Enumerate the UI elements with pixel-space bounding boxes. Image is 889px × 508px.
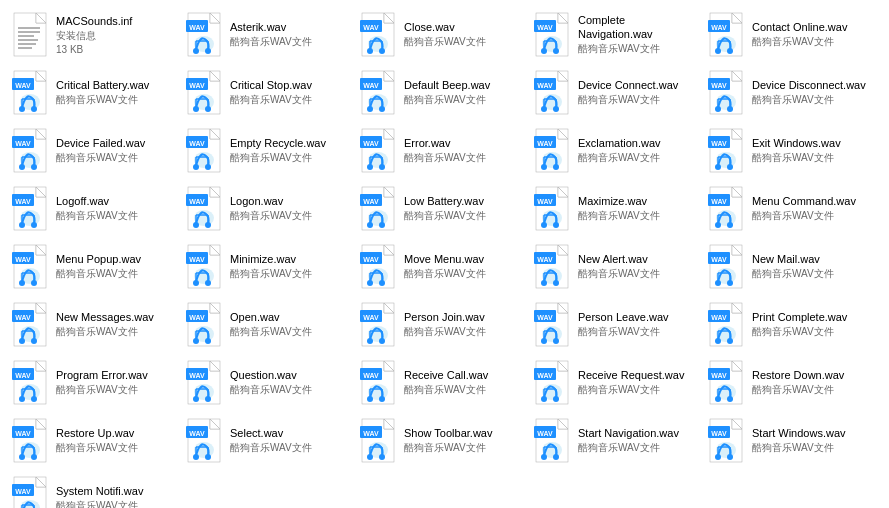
file-item[interactable]: WAV Critical Battery.wav酷狗音乐WAV文件 bbox=[8, 66, 178, 120]
file-item[interactable]: WAV New Mail.wav酷狗音乐WAV文件 bbox=[704, 240, 874, 294]
svg-text:WAV: WAV bbox=[537, 82, 553, 89]
file-item[interactable]: MACSounds.inf安装信息13 KB bbox=[8, 8, 178, 62]
file-item[interactable]: WAV Critical Stop.wav酷狗音乐WAV文件 bbox=[182, 66, 352, 120]
file-item[interactable]: WAV Logon.wav酷狗音乐WAV文件 bbox=[182, 182, 352, 236]
file-item[interactable]: WAV New Alert.wav酷狗音乐WAV文件 bbox=[530, 240, 700, 294]
file-name: Minimize.wav bbox=[230, 253, 312, 266]
file-name: MACSounds.inf bbox=[56, 15, 132, 28]
file-item[interactable]: WAV Exclamation.wav酷狗音乐WAV文件 bbox=[530, 124, 700, 178]
file-item[interactable]: WAV Restore Up.wav酷狗音乐WAV文件 bbox=[8, 414, 178, 468]
file-type: 酷狗音乐WAV文件 bbox=[230, 267, 312, 281]
file-item[interactable]: WAV Select.wav酷狗音乐WAV文件 bbox=[182, 414, 352, 468]
wav-file-icon: WAV bbox=[12, 418, 52, 464]
file-name: Critical Battery.wav bbox=[56, 79, 149, 92]
file-item[interactable]: WAV Restore Down.wav酷狗音乐WAV文件 bbox=[704, 356, 874, 410]
file-type: 酷狗音乐WAV文件 bbox=[404, 93, 490, 107]
svg-text:WAV: WAV bbox=[189, 314, 205, 321]
file-name: Open.wav bbox=[230, 311, 312, 324]
file-item[interactable]: WAV Question.wav酷狗音乐WAV文件 bbox=[182, 356, 352, 410]
file-item[interactable]: WAV New Messages.wav酷狗音乐WAV文件 bbox=[8, 298, 178, 352]
file-type: 酷狗音乐WAV文件 bbox=[752, 35, 847, 49]
file-name: Question.wav bbox=[230, 369, 312, 382]
file-item[interactable]: WAV Maximize.wav酷狗音乐WAV文件 bbox=[530, 182, 700, 236]
file-name: Program Error.wav bbox=[56, 369, 148, 382]
file-name: Exit Windows.wav bbox=[752, 137, 841, 150]
svg-text:WAV: WAV bbox=[537, 314, 553, 321]
file-item[interactable]: WAV Menu Popup.wav酷狗音乐WAV文件 bbox=[8, 240, 178, 294]
file-name: System Notifi.wav bbox=[56, 485, 143, 498]
file-item[interactable]: WAV Complete Navigation.wav酷狗音乐WAV文件 bbox=[530, 8, 700, 62]
file-type: 酷狗音乐WAV文件 bbox=[230, 383, 312, 397]
file-item[interactable]: WAV Device Connect.wav酷狗音乐WAV文件 bbox=[530, 66, 700, 120]
file-item[interactable]: WAV Show Toolbar.wav酷狗音乐WAV文件 bbox=[356, 414, 526, 468]
file-name: Show Toolbar.wav bbox=[404, 427, 492, 440]
file-name: Logoff.wav bbox=[56, 195, 138, 208]
svg-text:WAV: WAV bbox=[15, 198, 31, 205]
svg-text:WAV: WAV bbox=[363, 256, 379, 263]
wav-file-icon: WAV bbox=[360, 418, 400, 464]
file-type: 酷狗音乐WAV文件 bbox=[404, 267, 486, 281]
file-name: Device Failed.wav bbox=[56, 137, 145, 150]
file-item[interactable]: WAV Contact Online.wav酷狗音乐WAV文件 bbox=[704, 8, 874, 62]
file-name: Complete Navigation.wav bbox=[578, 14, 696, 40]
file-item[interactable]: WAV Device Failed.wav酷狗音乐WAV文件 bbox=[8, 124, 178, 178]
wav-file-icon: WAV bbox=[12, 244, 52, 290]
svg-text:WAV: WAV bbox=[711, 140, 727, 147]
svg-text:WAV: WAV bbox=[363, 82, 379, 89]
wav-file-icon: WAV bbox=[534, 418, 574, 464]
file-item[interactable]: WAV Receive Call.wav酷狗音乐WAV文件 bbox=[356, 356, 526, 410]
file-name: Low Battery.wav bbox=[404, 195, 486, 208]
file-item[interactable]: WAV Move Menu.wav酷狗音乐WAV文件 bbox=[356, 240, 526, 294]
file-name: Maximize.wav bbox=[578, 195, 660, 208]
file-item[interactable]: WAV Open.wav酷狗音乐WAV文件 bbox=[182, 298, 352, 352]
wav-file-icon: WAV bbox=[534, 360, 574, 406]
wav-file-icon: WAV bbox=[708, 12, 748, 58]
file-item[interactable]: WAV Menu Command.wav酷狗音乐WAV文件 bbox=[704, 182, 874, 236]
file-type: 酷狗音乐WAV文件 bbox=[230, 93, 312, 107]
file-item[interactable]: WAV Print Complete.wav酷狗音乐WAV文件 bbox=[704, 298, 874, 352]
file-item[interactable]: WAV Receive Request.wav酷狗音乐WAV文件 bbox=[530, 356, 700, 410]
file-type: 酷狗音乐WAV文件 bbox=[404, 325, 486, 339]
svg-text:WAV: WAV bbox=[189, 140, 205, 147]
file-item[interactable]: WAV Program Error.wav酷狗音乐WAV文件 bbox=[8, 356, 178, 410]
file-name: Device Connect.wav bbox=[578, 79, 678, 92]
file-type: 酷狗音乐WAV文件 bbox=[752, 209, 856, 223]
file-name: Menu Command.wav bbox=[752, 195, 856, 208]
file-type: 酷狗音乐WAV文件 bbox=[752, 325, 847, 339]
file-item[interactable]: WAV Logoff.wav酷狗音乐WAV文件 bbox=[8, 182, 178, 236]
file-item[interactable]: WAV Person Join.wav酷狗音乐WAV文件 bbox=[356, 298, 526, 352]
file-item[interactable]: WAV Start Navigation.wav酷狗音乐WAV文件 bbox=[530, 414, 700, 468]
inf-file-icon bbox=[12, 12, 52, 58]
file-item[interactable]: WAV Asterik.wav酷狗音乐WAV文件 bbox=[182, 8, 352, 62]
wav-file-icon: WAV bbox=[360, 244, 400, 290]
file-item[interactable]: WAV Empty Recycle.wav酷狗音乐WAV文件 bbox=[182, 124, 352, 178]
file-type: 酷狗音乐WAV文件 bbox=[752, 383, 844, 397]
wav-file-icon: WAV bbox=[360, 70, 400, 116]
svg-text:WAV: WAV bbox=[363, 372, 379, 379]
file-grid: MACSounds.inf安装信息13 KB WAV Asterik.wav酷狗… bbox=[8, 8, 881, 508]
file-item[interactable]: WAV Device Disconnect.wav酷狗音乐WAV文件 bbox=[704, 66, 874, 120]
file-item[interactable]: WAV System Notifi.wav酷狗音乐WAV文件 bbox=[8, 472, 178, 508]
file-type: 酷狗音乐WAV文件 bbox=[578, 42, 696, 56]
file-item[interactable]: WAV Start Windows.wav酷狗音乐WAV文件 bbox=[704, 414, 874, 468]
file-type: 酷狗音乐WAV文件 bbox=[578, 93, 678, 107]
wav-file-icon: WAV bbox=[12, 70, 52, 116]
file-name: Exclamation.wav bbox=[578, 137, 661, 150]
file-item[interactable]: WAV Default Beep.wav酷狗音乐WAV文件 bbox=[356, 66, 526, 120]
svg-text:WAV: WAV bbox=[711, 198, 727, 205]
svg-text:WAV: WAV bbox=[189, 198, 205, 205]
file-item[interactable]: WAV Minimize.wav酷狗音乐WAV文件 bbox=[182, 240, 352, 294]
file-item[interactable]: WAV Close.wav酷狗音乐WAV文件 bbox=[356, 8, 526, 62]
wav-file-icon: WAV bbox=[186, 128, 226, 174]
file-item[interactable]: WAV Error.wav酷狗音乐WAV文件 bbox=[356, 124, 526, 178]
file-type: 酷狗音乐WAV文件 bbox=[56, 151, 145, 165]
wav-file-icon: WAV bbox=[708, 418, 748, 464]
file-name: Person Join.wav bbox=[404, 311, 486, 324]
file-item[interactable]: WAV Exit Windows.wav酷狗音乐WAV文件 bbox=[704, 124, 874, 178]
svg-text:WAV: WAV bbox=[363, 314, 379, 321]
svg-text:WAV: WAV bbox=[189, 372, 205, 379]
wav-file-icon: WAV bbox=[708, 128, 748, 174]
wav-file-icon: WAV bbox=[12, 476, 52, 508]
file-item[interactable]: WAV Person Leave.wav酷狗音乐WAV文件 bbox=[530, 298, 700, 352]
file-item[interactable]: WAV Low Battery.wav酷狗音乐WAV文件 bbox=[356, 182, 526, 236]
